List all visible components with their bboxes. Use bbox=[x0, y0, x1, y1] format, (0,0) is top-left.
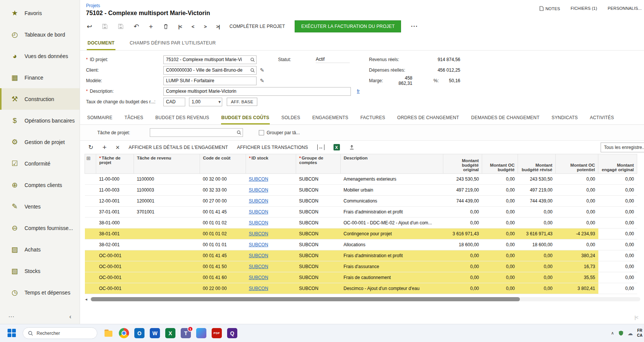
template-field[interactable] bbox=[163, 77, 257, 85]
row-selector-cell[interactable] bbox=[85, 272, 96, 283]
cell-description[interactable]: Allocations bbox=[341, 239, 443, 250]
more-actions-icon[interactable]: ··· bbox=[411, 23, 418, 30]
chrome-icon[interactable] bbox=[119, 328, 129, 338]
add-row-icon[interactable]: + bbox=[102, 144, 106, 151]
show-transactions-button[interactable]: AFFICHER LES TRANSACTIONS bbox=[237, 145, 308, 150]
cell-revenue-task[interactable]: 1200001 bbox=[134, 196, 200, 207]
cell-cost-code[interactable]: 00 01 41 50 bbox=[200, 261, 246, 272]
sidebar-item-ventes[interactable]: ✎ Ventes bbox=[0, 196, 80, 217]
cell-cost-code[interactable]: 00 01 41 45 bbox=[200, 207, 246, 218]
scrollbar-thumb[interactable] bbox=[91, 297, 520, 301]
cell-potential-co-amount[interactable]: 0,00 bbox=[556, 185, 598, 196]
tab-taches[interactable]: TÂCHES bbox=[124, 112, 144, 124]
cell-potential-co-amount[interactable]: 380,24 bbox=[556, 250, 598, 261]
cell-description[interactable]: Frais d'assurance bbox=[341, 261, 443, 272]
first-record-icon[interactable]: |< bbox=[178, 24, 182, 29]
undo-icon[interactable]: ↶ bbox=[134, 23, 139, 30]
cell-revised-budgeted-amount[interactable]: 243 530,50 bbox=[518, 174, 556, 185]
scrollbar-track[interactable] bbox=[90, 297, 640, 301]
cell-account-group[interactable]: SUBCON bbox=[296, 185, 341, 196]
cell-original-budgeted-amount[interactable]: 0,00 bbox=[443, 218, 482, 229]
currency-field[interactable] bbox=[163, 98, 185, 106]
stock-id-link[interactable]: SUBCON bbox=[249, 187, 268, 193]
column-stock-id[interactable]: *ID stock bbox=[246, 154, 296, 174]
sidebar-item-construction[interactable]: ⚒ Construction bbox=[0, 88, 80, 110]
word-icon[interactable]: W bbox=[150, 328, 160, 338]
cell-revenue-task[interactable] bbox=[134, 261, 200, 272]
grid-corner-cell[interactable]: ⊞ bbox=[85, 154, 96, 174]
cell-revised-budgeted-amount[interactable]: 744 439,00 bbox=[518, 196, 556, 207]
cell-original-budgeted-amount[interactable]: 0,00 bbox=[443, 283, 482, 294]
refresh-icon[interactable]: ↻ bbox=[88, 144, 93, 150]
cell-budgeted-co-amount[interactable]: 0,00 bbox=[482, 174, 518, 185]
row-selector-cell[interactable] bbox=[85, 196, 96, 207]
table-row[interactable]: 11-00-003 1100003 00 32 33 00 SUBCON SUB… bbox=[85, 185, 637, 196]
cell-cost-code[interactable]: 00 01 41 45 bbox=[200, 250, 246, 261]
cell-revised-budgeted-amount[interactable]: 3 616 971,43 bbox=[518, 229, 556, 239]
cell-project-task[interactable]: 38-01-001 bbox=[96, 229, 134, 239]
cell-original-committed-amount[interactable]: 0,00 bbox=[598, 174, 637, 185]
cell-description[interactable]: Descimco - Ajout d'un compteur d'eau bbox=[341, 283, 443, 294]
cell-revised-budgeted-amount[interactable]: 0,00 bbox=[518, 250, 556, 261]
save-icon[interactable] bbox=[102, 23, 108, 29]
cell-account-group[interactable]: SUBCON bbox=[296, 196, 341, 207]
sidebar-item-operations-bancaires[interactable]: $ Opérations bancaires bbox=[0, 110, 80, 131]
tab-document[interactable]: DOCUMENT bbox=[87, 37, 115, 50]
tab-budget-des-revenus[interactable]: BUDGET DES REVENUS bbox=[155, 112, 210, 124]
cell-original-committed-amount[interactable]: 0,00 bbox=[598, 196, 637, 207]
tab-ordres-de-changement[interactable]: ORDRES DE CHANGEMENT bbox=[397, 112, 460, 124]
cell-description[interactable]: Amenagements exterieurs bbox=[341, 174, 443, 185]
cell-budgeted-co-amount[interactable]: 0,00 bbox=[482, 250, 518, 261]
stock-id-link[interactable]: SUBCON bbox=[249, 209, 268, 215]
row-selector-cell[interactable] bbox=[85, 207, 96, 218]
last-record-icon[interactable]: >| bbox=[216, 24, 220, 29]
cell-description[interactable]: Frais d'administration et profit bbox=[341, 207, 443, 218]
cell-description[interactable]: Mobilier urbain bbox=[341, 185, 443, 196]
column-budgeted-co-amount[interactable]: Montant OC budgété bbox=[482, 154, 518, 174]
cell-cost-code[interactable]: 00 27 00 00 bbox=[200, 196, 246, 207]
run-project-billing-button[interactable]: EXÉCUTER LA FACTURATION DU PROJET bbox=[295, 20, 401, 32]
tab-activites[interactable]: ACTIVITÉS bbox=[590, 112, 615, 124]
cell-project-task[interactable]: OC-00-001 bbox=[96, 250, 134, 261]
row-selector-cell[interactable] bbox=[85, 229, 96, 239]
cell-account-group[interactable]: SUBCON bbox=[296, 239, 341, 250]
stock-id-link[interactable]: SUBCON bbox=[249, 231, 268, 236]
column-cost-code[interactable]: Code de coût bbox=[200, 154, 246, 174]
stock-id-link[interactable]: SUBCON bbox=[249, 286, 268, 291]
cell-potential-co-amount[interactable]: 0,00 bbox=[556, 174, 598, 185]
table-row[interactable]: 38-01-000 00 01 01 02 SUBCON SUBCON OC-0… bbox=[85, 218, 637, 229]
tray-chevron-icon[interactable]: ∧ bbox=[611, 331, 614, 336]
cell-budgeted-co-amount[interactable]: 0,00 bbox=[482, 272, 518, 283]
cell-revenue-task[interactable] bbox=[134, 218, 200, 229]
q-app-icon[interactable]: Q bbox=[227, 328, 237, 338]
pdf-app-icon[interactable]: PDF bbox=[212, 328, 222, 338]
table-row[interactable]: 12-00-001 1200001 00 27 00 00 SUBCON SUB… bbox=[85, 196, 637, 207]
cell-original-budgeted-amount[interactable]: 0,00 bbox=[443, 207, 482, 218]
add-record-icon[interactable]: + bbox=[149, 23, 153, 30]
cell-revised-budgeted-amount[interactable]: 0,00 bbox=[518, 261, 556, 272]
save-close-icon[interactable] bbox=[118, 23, 124, 29]
sidebar-item-vues-des-donnees[interactable]: ◕ Vues des données bbox=[0, 45, 80, 67]
cell-account-group[interactable]: SUBCON bbox=[296, 272, 341, 283]
lookup-icon[interactable] bbox=[250, 57, 255, 62]
cell-project-task[interactable]: 38-02-001 bbox=[96, 239, 134, 250]
tab-soldes[interactable]: SOLDES bbox=[281, 112, 301, 124]
notes-button[interactable]: NOTES bbox=[539, 6, 560, 11]
sidebar-item-comptes-clients[interactable]: ⊕ Comptes clients bbox=[0, 174, 80, 196]
row-selector-cell[interactable] bbox=[85, 185, 96, 196]
tab-user-defined-fields[interactable]: CHAMPS DÉFINIS PAR L'UTILISATEUR bbox=[129, 37, 217, 50]
cell-original-committed-amount[interactable]: 0,00 bbox=[598, 272, 637, 283]
cell-revenue-task[interactable]: 1100003 bbox=[134, 185, 200, 196]
column-original-budgeted-amount[interactable]: Montant budgété original bbox=[443, 154, 482, 174]
cell-revenue-task[interactable] bbox=[134, 229, 200, 239]
sidebar-collapse-icon[interactable]: ‹ bbox=[69, 313, 71, 320]
cell-revenue-task[interactable] bbox=[134, 283, 200, 294]
row-selector-cell[interactable] bbox=[85, 174, 96, 185]
edit-template-icon[interactable]: ✎ bbox=[260, 78, 264, 84]
cell-original-committed-amount[interactable]: 0,00 bbox=[598, 239, 637, 250]
cell-original-committed-amount[interactable]: 0,00 bbox=[598, 185, 637, 196]
sidebar-item-achats[interactable]: ▨ Achats bbox=[0, 239, 80, 260]
cell-revenue-task[interactable] bbox=[134, 239, 200, 250]
cell-original-budgeted-amount[interactable]: 0,00 bbox=[443, 261, 482, 272]
row-selector-cell[interactable] bbox=[85, 283, 96, 294]
